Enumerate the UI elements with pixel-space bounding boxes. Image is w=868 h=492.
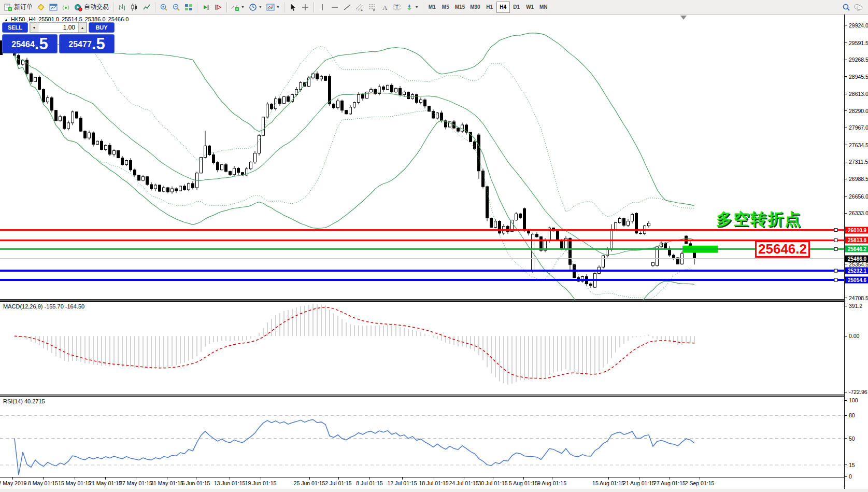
axis-tick-mark xyxy=(845,25,847,25)
vertical-line-button[interactable] xyxy=(316,1,329,13)
rsi-canvas[interactable] xyxy=(0,397,844,477)
line-handle[interactable] xyxy=(834,229,837,232)
time-axis[interactable]: 2 May 20198 May 01:1515 May 01:1521 May … xyxy=(0,477,844,489)
line-chart-button[interactable] xyxy=(140,1,153,13)
indicator-axis-label: 0 xyxy=(849,473,852,480)
candle-down xyxy=(76,112,78,118)
chart-shift-button[interactable] xyxy=(212,1,224,13)
candlestick-button[interactable] xyxy=(128,1,140,13)
timeframe-button-w1[interactable]: W1 xyxy=(523,2,537,13)
templates-button[interactable]: ▼ xyxy=(264,1,282,13)
chart-window-button[interactable] xyxy=(47,1,60,13)
price-scale[interactable]: 29924.029591.529268.528945.528613.028290… xyxy=(844,15,868,489)
svg-text:A: A xyxy=(382,4,388,11)
buy-price-display[interactable]: 25477.5 xyxy=(59,34,115,53)
time-axis-label: 2 Jul 01:15 xyxy=(325,480,351,486)
time-axis-label: 2 Sep 01:15 xyxy=(685,480,715,486)
periods-button[interactable]: ▼ xyxy=(247,1,264,13)
sell-price-display[interactable]: 25464.5 xyxy=(2,34,58,53)
candle-down xyxy=(664,243,667,248)
horizontal-line-button[interactable] xyxy=(329,1,341,13)
collapse-arrow-icon[interactable]: ▲ xyxy=(4,18,8,22)
price-callout-label[interactable]: 25646.2 xyxy=(755,241,810,258)
line-handle[interactable] xyxy=(834,247,837,250)
horizontal-line[interactable] xyxy=(0,270,844,272)
price-badge: 25813.8 xyxy=(845,237,868,244)
bar-chart-button[interactable] xyxy=(116,1,128,13)
fibonacci-button[interactable]: F xyxy=(366,1,378,13)
buy-button[interactable]: BUY xyxy=(89,22,115,33)
toolbar-separator xyxy=(314,2,314,12)
candle-down xyxy=(490,218,493,227)
shapes-button[interactable]: ▼ xyxy=(403,1,421,13)
signal-button[interactable] xyxy=(60,1,72,13)
zoom-in-button[interactable] xyxy=(158,1,170,13)
axis-tick-mark xyxy=(845,336,847,336)
text-button[interactable]: A xyxy=(378,1,391,13)
svg-text:F: F xyxy=(373,9,375,11)
candle-down xyxy=(101,141,103,149)
line-handle[interactable] xyxy=(834,269,837,272)
horizontal-line[interactable] xyxy=(0,240,844,241)
candle-down xyxy=(279,99,281,104)
auto-trading-button[interactable]: 自动交易 xyxy=(72,1,111,13)
timeframe-button-h4[interactable]: H4 xyxy=(496,2,510,13)
time-axis-label: 13 Jun 01:15 xyxy=(214,480,246,486)
candle-up xyxy=(358,94,360,102)
toolbar-separator xyxy=(155,2,155,12)
candle-down xyxy=(486,187,489,218)
line-handle[interactable] xyxy=(834,238,837,242)
close-value: 25466.0 xyxy=(108,16,129,22)
market-watch-button[interactable] xyxy=(35,1,47,13)
timeframe-button-mn[interactable]: MN xyxy=(537,2,550,13)
timeframe-button-m15[interactable]: M15 xyxy=(452,2,467,13)
candle-down xyxy=(482,171,485,187)
turning-point-annotation[interactable]: 多空转折点 xyxy=(716,208,802,230)
horizontal-line[interactable] xyxy=(0,248,844,250)
channel-button[interactable]: E xyxy=(353,1,366,13)
cursor-button[interactable] xyxy=(287,1,299,13)
time-tick-mark xyxy=(608,477,609,480)
main-chart-canvas[interactable] xyxy=(0,15,844,300)
timeframe-button-m1[interactable]: M1 xyxy=(425,2,439,13)
sell-button[interactable]: SELL xyxy=(2,22,28,33)
horizontal-line[interactable] xyxy=(0,279,844,281)
axis-tick-mark xyxy=(845,213,847,214)
candle-down xyxy=(416,94,418,102)
volume-input[interactable]: 1.00 xyxy=(38,23,78,32)
tile-windows-icon xyxy=(184,3,193,11)
auto-trading-icon xyxy=(74,3,82,11)
dropdown-arrow-icon: ▼ xyxy=(259,5,262,9)
candle-down xyxy=(130,161,132,170)
chart-ohlc-header: ▲HK50-,H425501.025514.525386.025466.0 xyxy=(4,16,131,22)
candle-up xyxy=(283,97,286,104)
crosshair-button[interactable] xyxy=(299,1,311,13)
auto-scroll-button[interactable] xyxy=(200,1,212,13)
volume-decrease-button[interactable]: ▼ xyxy=(30,23,38,32)
trendline-button[interactable] xyxy=(341,1,353,13)
time-axis-label: 19 Jun 01:15 xyxy=(245,480,277,486)
candle-up xyxy=(96,141,99,144)
chat-icon[interactable] xyxy=(853,3,863,11)
line-handle[interactable] xyxy=(834,278,837,282)
timeframe-button-h1[interactable]: H1 xyxy=(483,2,496,13)
new-order-button[interactable]: 新订单 xyxy=(2,1,35,13)
open-value: 25501.0 xyxy=(38,16,59,22)
candle-down xyxy=(523,208,526,230)
zoom-out-button[interactable] xyxy=(170,1,182,13)
text-label-button[interactable]: T xyxy=(391,1,403,13)
chart-shift-marker-icon[interactable] xyxy=(680,16,687,20)
timeframe-button-d1[interactable]: D1 xyxy=(510,2,523,13)
text-icon: A xyxy=(380,3,389,11)
indicators-button[interactable]: ▼ xyxy=(229,1,247,13)
price-tick-label: 25354.5 xyxy=(849,261,868,268)
macd-canvas[interactable] xyxy=(0,302,844,395)
search-icon[interactable] xyxy=(842,3,850,11)
timeframe-button-m30[interactable]: M30 xyxy=(467,2,482,13)
candle-down xyxy=(225,165,227,172)
macd-signal-line xyxy=(15,307,694,378)
volume-increase-button[interactable]: ▲ xyxy=(78,23,87,32)
timeframe-button-m5[interactable]: M5 xyxy=(439,2,452,13)
tile-windows-button[interactable] xyxy=(182,1,195,13)
time-axis-label: 21 May 01:15 xyxy=(89,480,122,486)
